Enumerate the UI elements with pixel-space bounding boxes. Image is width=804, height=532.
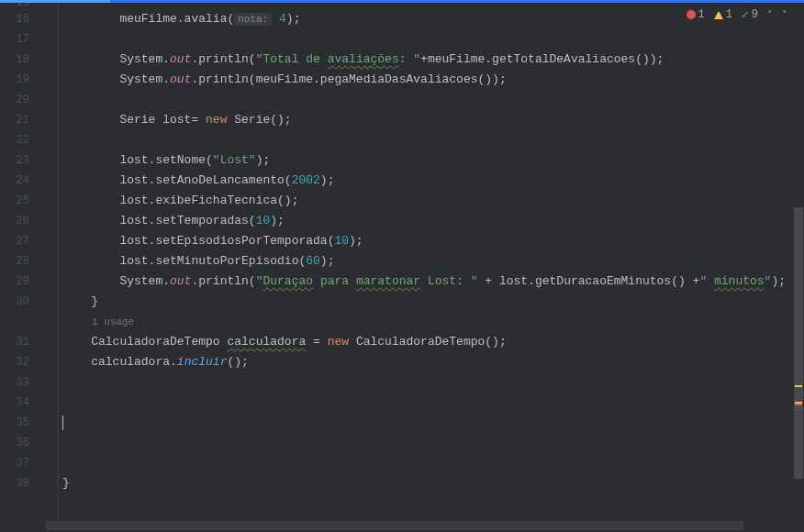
line-number: 34	[0, 393, 46, 413]
line-number: 30	[0, 292, 46, 312]
inspection-widget[interactable]: 1 1 ✓ 9 ˄ ˅	[687, 7, 787, 22]
code-line[interactable]	[62, 130, 804, 150]
code-line[interactable]: System.out.println("Total de avaliações:…	[62, 50, 804, 70]
code-line[interactable]: }	[62, 292, 804, 312]
stripe-marker-warning[interactable]	[795, 385, 802, 387]
error-count[interactable]: 1	[687, 8, 705, 21]
line-number: 35	[0, 413, 46, 433]
chevron-up-icon[interactable]: ˄	[767, 9, 773, 21]
warning-count[interactable]: 1	[714, 8, 732, 21]
code-line[interactable]	[62, 372, 804, 393]
line-number: 27	[0, 231, 46, 251]
line-number: 19	[0, 70, 46, 90]
code-line[interactable]: }	[62, 473, 804, 493]
text-cursor	[62, 416, 63, 430]
line-number: 37	[0, 453, 46, 473]
line-number: 29	[0, 272, 46, 292]
code-line[interactable]: System.out.println("Duraçao para maraton…	[62, 272, 804, 292]
warning-count-value: 1	[726, 8, 732, 21]
line-number: 28	[0, 251, 46, 272]
scrollbar-thumb[interactable]	[794, 207, 803, 479]
indent-guide	[58, 0, 59, 519]
code-line[interactable]	[62, 413, 804, 433]
chevron-down-icon[interactable]: ˅	[782, 9, 787, 21]
code-line[interactable]	[62, 90, 804, 110]
code-line[interactable]	[62, 393, 804, 413]
gutter[interactable]: 15 16 17 18 19 20 21 22 23 24 25 26 27 2…	[0, 0, 46, 519]
usage-hint[interactable]: 1 usage	[62, 312, 804, 332]
scrollbar-thumb[interactable]	[46, 521, 743, 530]
warning-icon	[714, 11, 723, 19]
line-number: 21	[0, 110, 46, 130]
code-line[interactable]: lost.setAnoDeLancamento(2002);	[62, 171, 804, 191]
line-number: 22	[0, 130, 46, 150]
error-count-value: 1	[698, 8, 705, 21]
code-line[interactable]: lost.setTemporadas(10);	[62, 211, 804, 231]
line-number: 23	[0, 150, 46, 171]
line-number: 26	[0, 211, 46, 231]
code-line[interactable]	[62, 29, 804, 50]
progress-bar-bg	[0, 0, 804, 3]
line-number: 33	[0, 372, 46, 393]
line-number: 18	[0, 50, 46, 70]
check-icon: ✓	[742, 7, 749, 22]
code-line[interactable]: lost.exibeFichaTecnica();	[62, 191, 804, 211]
code-line[interactable]	[62, 433, 804, 453]
code-line[interactable]: calculadora.incluir();	[62, 352, 804, 372]
code-line[interactable]: lost.setEpisodiosPorTemporada(10);	[62, 231, 804, 251]
line-number: 20	[0, 90, 46, 110]
code-line[interactable]	[62, 453, 804, 473]
error-icon	[687, 10, 696, 19]
line-number: 31	[0, 332, 46, 352]
progress-bar	[0, 0, 110, 3]
vertical-scrollbar[interactable]	[793, 0, 804, 519]
line-number: 25	[0, 191, 46, 211]
line-number: 36	[0, 433, 46, 453]
horizontal-scrollbar[interactable]	[0, 519, 804, 532]
stripe-marker-error[interactable]	[795, 404, 802, 405]
line-number: 16	[0, 9, 46, 29]
ok-count[interactable]: ✓ 9	[742, 7, 758, 22]
code-line[interactable]: lost.setMinutoPorEpisodio(60);	[62, 251, 804, 272]
code-area[interactable]: meuFilme.avalia(nota: 4); System.out.pri…	[46, 0, 804, 519]
gutter-spacer	[0, 312, 46, 332]
code-editor[interactable]: 15 16 17 18 19 20 21 22 23 24 25 26 27 2…	[0, 0, 804, 519]
ok-count-value: 9	[752, 8, 758, 21]
line-number: 17	[0, 29, 46, 50]
line-number: 38	[0, 473, 46, 493]
code-line[interactable]: System.out.println(meuFilme.pegaMediaDas…	[62, 70, 804, 90]
code-line[interactable]: lost.setNome("Lost");	[62, 150, 804, 171]
code-line[interactable]: CalculadoraDeTempo calculadora = new Cal…	[62, 332, 804, 352]
param-hint: nota:	[234, 13, 272, 26]
code-line[interactable]: Serie lost= new Serie();	[62, 110, 804, 130]
line-number: 32	[0, 352, 46, 372]
line-number: 24	[0, 171, 46, 191]
